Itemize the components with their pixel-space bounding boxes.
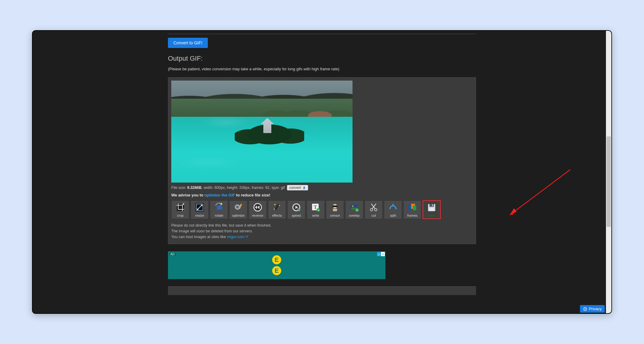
svg-rect-4 bbox=[217, 205, 223, 210]
file-size-value: 9.32MiB bbox=[187, 186, 201, 190]
svg-rect-32 bbox=[413, 206, 416, 210]
convert-to-gif-button[interactable]: Convert to GIF! bbox=[168, 38, 208, 48]
note-line-3: You can host images at sites like imgur.… bbox=[171, 234, 473, 240]
tool-write[interactable]: T+ write bbox=[307, 200, 325, 219]
write-icon: T+ bbox=[311, 202, 321, 212]
advise-pre: We advise you to bbox=[171, 193, 204, 197]
tool-write-label: write bbox=[312, 214, 319, 217]
page-content: Convert to GIF! Output GIF: (Please be p… bbox=[168, 34, 476, 295]
resize-icon bbox=[195, 202, 205, 212]
ad-marker: AD bbox=[169, 253, 176, 256]
tool-frames[interactable]: frames bbox=[403, 200, 421, 219]
svg-point-41 bbox=[585, 308, 586, 310]
speed-icon bbox=[291, 202, 301, 212]
file-meta: File size: 9.32MiB, width: 600px, height… bbox=[171, 185, 473, 190]
save-icon bbox=[427, 202, 437, 213]
svg-text:+: + bbox=[356, 209, 358, 212]
reverse-icon bbox=[253, 202, 263, 212]
tool-save-label: save bbox=[428, 214, 435, 217]
tool-cut[interactable]: cut bbox=[365, 200, 383, 219]
svg-text:T: T bbox=[314, 204, 317, 210]
tool-speed-label: speed bbox=[292, 214, 301, 217]
scrollbar-track[interactable] bbox=[606, 31, 611, 313]
tool-censor[interactable]: censor bbox=[326, 200, 344, 219]
svg-rect-23 bbox=[333, 209, 337, 211]
tool-censor-label: censor bbox=[330, 214, 340, 217]
annotation-arrow bbox=[504, 167, 573, 218]
svg-rect-34 bbox=[430, 204, 434, 207]
tool-reverse-label: reverse bbox=[252, 214, 263, 217]
gear-icon bbox=[583, 307, 587, 311]
svg-text:+: + bbox=[317, 209, 319, 212]
close-icon: ✕ bbox=[381, 252, 385, 256]
overlay-icon: + bbox=[349, 202, 359, 212]
privacy-label: Privacy bbox=[589, 307, 602, 311]
tool-effects-label: effects bbox=[272, 214, 282, 217]
svg-rect-36 bbox=[429, 208, 434, 211]
divider bbox=[168, 34, 476, 34]
ad-logo-letter-1: E bbox=[272, 255, 281, 264]
notes: Please do not directly link this file, b… bbox=[171, 223, 473, 240]
tool-resize-label: resize bbox=[195, 214, 204, 217]
imgur-link[interactable]: imgur.com bbox=[227, 235, 244, 239]
svg-point-13 bbox=[274, 209, 275, 210]
tool-cut-label: cut bbox=[372, 214, 376, 217]
tool-crop[interactable]: crop bbox=[171, 200, 189, 219]
privacy-button[interactable]: Privacy bbox=[580, 305, 605, 313]
tool-split[interactable]: split bbox=[384, 200, 402, 219]
svg-point-11 bbox=[274, 204, 275, 205]
svg-point-12 bbox=[279, 205, 280, 206]
tool-overlay-label: overlay bbox=[349, 214, 359, 217]
advise-post: to reduce file size! bbox=[235, 193, 270, 197]
scrollbar-thumb[interactable] bbox=[607, 136, 611, 227]
tool-speed[interactable]: speed bbox=[287, 200, 305, 219]
svg-marker-39 bbox=[510, 208, 517, 215]
tool-reverse[interactable]: reverse bbox=[249, 200, 267, 219]
cut-icon bbox=[369, 202, 379, 212]
output-panel: File size: 9.32MiB, width: 600px, height… bbox=[168, 77, 476, 244]
split-icon bbox=[388, 202, 398, 212]
svg-line-37 bbox=[510, 170, 570, 215]
svg-rect-0 bbox=[303, 189, 305, 189]
ad-logo-letter-2: E bbox=[272, 266, 281, 275]
note-line-1: Please do not directly link this file, b… bbox=[171, 223, 473, 228]
tool-overlay[interactable]: + overlay bbox=[345, 200, 363, 219]
app-window: Convert to GIF! Output GIF: (Please be p… bbox=[32, 30, 612, 314]
adchoices-icon: ▷ bbox=[377, 252, 381, 256]
tool-rotate[interactable]: rotate bbox=[210, 200, 228, 219]
tool-optimize[interactable]: optimize bbox=[229, 200, 247, 219]
tool-effects[interactable]: effects bbox=[268, 200, 286, 219]
rotate-icon bbox=[214, 202, 224, 212]
svg-point-6 bbox=[236, 206, 239, 208]
ad-close[interactable]: ▷✕ bbox=[377, 252, 385, 256]
ad-banner[interactable]: AD ▷✕ E E bbox=[168, 251, 385, 279]
crop-icon bbox=[175, 202, 185, 212]
optimize-advice: We advise you to optimize the GIF to red… bbox=[171, 193, 473, 197]
tool-split-label: split bbox=[390, 214, 396, 217]
convert-type-chip[interactable]: convert bbox=[287, 185, 308, 190]
output-heading: Output GIF: bbox=[168, 55, 476, 62]
file-size-label: File size: bbox=[171, 186, 187, 190]
optimize-gif-link[interactable]: optimize the GIF bbox=[204, 193, 235, 197]
tool-frames-label: frames bbox=[407, 214, 417, 217]
patience-note: (Please be patient, video conversion may… bbox=[168, 67, 476, 71]
optimize-icon bbox=[233, 202, 243, 212]
svg-marker-38 bbox=[510, 209, 517, 215]
toolbar: crop resize rotate bbox=[171, 200, 473, 219]
file-meta-rest: , width: 600px, height: 338px, frames: 9… bbox=[201, 186, 285, 190]
svg-rect-1 bbox=[177, 204, 184, 211]
ad-logo: E E bbox=[272, 255, 281, 275]
effects-icon bbox=[272, 202, 282, 212]
tool-resize[interactable]: resize bbox=[191, 200, 209, 219]
svg-rect-22 bbox=[333, 205, 337, 207]
tool-optimize-label: optimize bbox=[232, 214, 245, 217]
note-line-2: The image will soon be deleted from our … bbox=[171, 228, 473, 234]
svg-point-25 bbox=[352, 205, 353, 207]
frames-icon bbox=[407, 202, 417, 212]
download-icon bbox=[302, 186, 306, 190]
tool-save[interactable]: save bbox=[423, 200, 441, 219]
external-link-icon bbox=[245, 235, 248, 238]
convert-chip-label: convert bbox=[289, 186, 301, 190]
tool-rotate-label: rotate bbox=[215, 214, 223, 217]
svg-rect-35 bbox=[432, 204, 433, 206]
